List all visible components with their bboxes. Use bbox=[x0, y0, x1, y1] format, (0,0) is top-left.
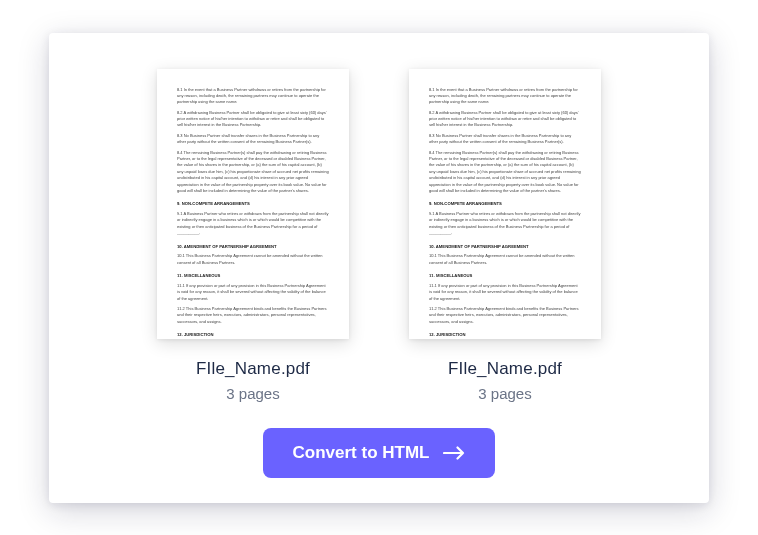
doc-heading: 9. NON-COMPETE ARRANGEMENTS bbox=[429, 201, 581, 208]
convert-button-label: Convert to HTML bbox=[293, 443, 430, 463]
doc-line: 10.1 This Business Partnership Agreement… bbox=[429, 253, 581, 266]
doc-line: 10.1 This Business Partnership Agreement… bbox=[177, 253, 329, 266]
doc-line: 8.3 No Business Partner shall transfer s… bbox=[177, 133, 329, 146]
files-row: 8.1 In the event that a Business Partner… bbox=[157, 69, 601, 402]
file-pages-label: 3 pages bbox=[478, 385, 531, 402]
doc-line: 9.1 A Business Partner who retires or wi… bbox=[429, 211, 581, 237]
doc-line: 8.1 In the event that a Business Partner… bbox=[429, 87, 581, 106]
doc-heading: 10. AMENDMENT OF PARTNERSHIP AGREEMENT bbox=[177, 244, 329, 251]
doc-line: 8.2 A withdrawing Business Partner shall… bbox=[177, 110, 329, 129]
file-pages-label: 3 pages bbox=[226, 385, 279, 402]
upload-panel: 8.1 In the event that a Business Partner… bbox=[49, 33, 709, 503]
doc-heading: 10. AMENDMENT OF PARTNERSHIP AGREEMENT bbox=[429, 244, 581, 251]
doc-heading: 12. JURISDICTION bbox=[177, 332, 329, 338]
doc-line: 8.1 In the event that a Business Partner… bbox=[177, 87, 329, 106]
doc-line: 8.4 The remaining Business Partner(s) sh… bbox=[429, 150, 581, 195]
doc-heading: 11. MISCELLANEOUS bbox=[429, 273, 581, 280]
file-name-label: FIle_Name.pdf bbox=[448, 359, 562, 379]
doc-line: 8.2 A withdrawing Business Partner shall… bbox=[429, 110, 581, 129]
doc-line: 11.1 If any provision or part of any pro… bbox=[429, 283, 581, 302]
doc-heading: 11. MISCELLANEOUS bbox=[177, 273, 329, 280]
file-card: 8.1 In the event that a Business Partner… bbox=[157, 69, 349, 402]
doc-line: 11.1 If any provision or part of any pro… bbox=[177, 283, 329, 302]
file-card: 8.1 In the event that a Business Partner… bbox=[409, 69, 601, 402]
file-name-label: FIle_Name.pdf bbox=[196, 359, 310, 379]
doc-heading: 12. JURISDICTION bbox=[429, 332, 581, 338]
document-thumbnail[interactable]: 8.1 In the event that a Business Partner… bbox=[409, 69, 601, 339]
doc-line: 11.2 This Business Partnership Agreement… bbox=[429, 306, 581, 325]
doc-line: 9.1 A Business Partner who retires or wi… bbox=[177, 211, 329, 237]
doc-line: 11.2 This Business Partnership Agreement… bbox=[177, 306, 329, 325]
document-thumbnail[interactable]: 8.1 In the event that a Business Partner… bbox=[157, 69, 349, 339]
doc-line: 8.3 No Business Partner shall transfer s… bbox=[429, 133, 581, 146]
doc-heading: 9. NON-COMPETE ARRANGEMENTS bbox=[177, 201, 329, 208]
doc-line: 8.4 The remaining Business Partner(s) sh… bbox=[177, 150, 329, 195]
convert-button[interactable]: Convert to HTML bbox=[263, 428, 496, 478]
arrow-right-icon bbox=[443, 446, 465, 460]
